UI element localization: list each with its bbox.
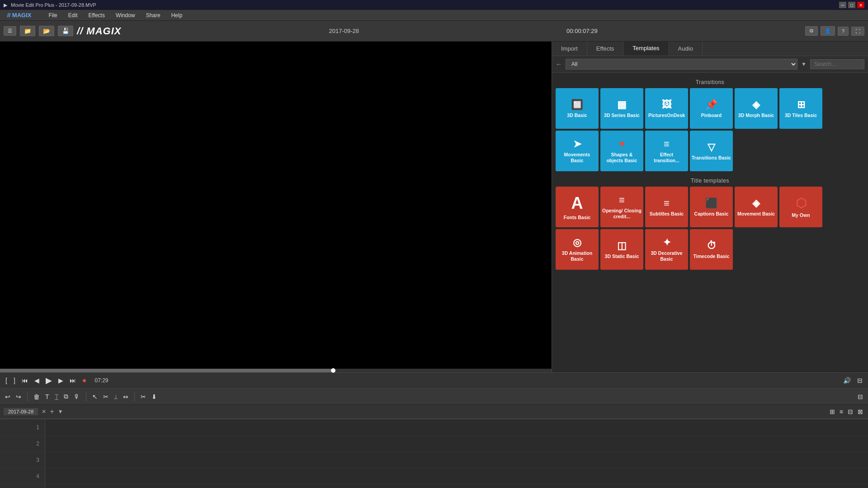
timecode-display: 00:00:07:29	[566, 28, 598, 34]
snap-button[interactable]: ⌶	[53, 392, 60, 402]
title-bar: ▶ Movie Edit Pro Plus - 2017-09-28.MVP ─…	[0, 0, 868, 10]
tile-3d-basic[interactable]: 🔲 3D Basic	[556, 88, 599, 129]
effect-transition-icon: ≡	[664, 138, 670, 150]
menu-item-edit[interactable]: Edit	[66, 11, 80, 19]
add-timeline-button[interactable]: +	[50, 408, 54, 416]
tile-3d-series-basic[interactable]: ▦ 3D Series Basic	[600, 88, 643, 129]
trim-tool-button[interactable]: ✂	[102, 392, 110, 402]
tile-movements-basic[interactable]: ➤ Movements Basic	[556, 131, 599, 171]
menu-item-file[interactable]: File	[46, 11, 60, 19]
tile-effect-transition[interactable]: ≡ Effect transition...	[645, 131, 688, 171]
tile-transitions-basic[interactable]: ▽ Transitions Basic	[690, 131, 733, 171]
record-button[interactable]: ●	[80, 375, 89, 386]
preview-black	[0, 42, 552, 372]
save-button[interactable]: 💾	[58, 26, 73, 36]
transitions-basic-label: Transitions Basic	[690, 155, 733, 161]
timeline-view-button[interactable]: ≡	[838, 407, 844, 417]
tile-my-own[interactable]: ⬡ My Own	[779, 187, 822, 227]
new-project-button[interactable]: 📁	[20, 26, 35, 36]
preview-progress[interactable]	[0, 369, 552, 372]
insert-button[interactable]: ⬇	[150, 392, 158, 402]
filter-back-button[interactable]: ←	[556, 61, 562, 68]
tile-movement-basic[interactable]: ◈ Movement Basic	[735, 187, 778, 227]
undo-button[interactable]: ↩	[4, 392, 12, 402]
multitrack-button[interactable]: ⊟	[855, 375, 864, 386]
settings-button[interactable]: ⚙	[805, 26, 818, 36]
delete-button[interactable]: 🗑	[32, 392, 41, 402]
storyboard-view-button[interactable]: ⊞	[828, 407, 836, 417]
track-content-5[interactable]	[45, 484, 868, 488]
split-button[interactable]: ⟂	[113, 392, 119, 402]
tab-audio[interactable]: Audio	[669, 42, 703, 56]
redo-button[interactable]: ↪	[14, 392, 23, 402]
ruler-mark-2: 00:00:02:00	[122, 419, 144, 419]
next-frame-button[interactable]: ▶	[57, 375, 65, 386]
view-toggle-button[interactable]: ⊟	[856, 392, 864, 402]
track-row-5: 5	[0, 484, 868, 488]
close-timeline-tab-button[interactable]: ✕	[42, 408, 46, 415]
razor-button[interactable]: ✂	[139, 392, 147, 402]
ruler-mark-1: 00:00:01:00	[66, 419, 87, 419]
skip-to-start-button[interactable]: ⏮	[20, 375, 30, 386]
track-content-2[interactable]	[45, 436, 868, 451]
menu-bar: // MAGIX File Edit Effects Window Share …	[0, 10, 868, 21]
tile-3d-morph-basic[interactable]: ◈ 3D Morph Basic	[735, 88, 778, 129]
transitions-tiles-grid: 🔲 3D Basic ▦ 3D Series Basic 🖼 PicturesO…	[556, 88, 864, 171]
text-button[interactable]: T	[44, 392, 51, 402]
menu-item-help[interactable]: Help	[169, 11, 185, 19]
tile-pinboard[interactable]: 📌 Pinboard	[690, 88, 733, 129]
track-content-1[interactable]	[45, 419, 868, 435]
timeline-tab[interactable]: 2017-09-28	[4, 408, 38, 415]
tile-opening-closing[interactable]: ≡ Opening/ Closing credit...	[600, 187, 643, 227]
timeline-dropdown-button[interactable]: ▼	[58, 408, 63, 415]
movement-basic-icon: ◈	[752, 197, 760, 209]
search-input[interactable]	[810, 59, 864, 69]
slip-trim-button[interactable]: ⇔	[122, 392, 130, 402]
tile-3d-tiles-basic[interactable]: ⊞ 3D Tiles Basic	[779, 88, 822, 129]
track-content-3[interactable]	[45, 452, 868, 468]
skip-to-end-button[interactable]: ⏭	[68, 375, 78, 386]
tile-picturesondesk[interactable]: 🖼 PicturesOnDesk	[645, 88, 688, 129]
copy-button[interactable]: ⧉	[62, 391, 70, 402]
fullscreen-button[interactable]: ⛶	[851, 27, 864, 36]
open-button[interactable]: 📂	[39, 26, 54, 36]
tab-effects[interactable]: Effects	[587, 42, 624, 56]
tab-templates[interactable]: Templates	[623, 42, 669, 56]
combined-view-button[interactable]: ⊟	[846, 407, 854, 417]
tile-3d-decorative-basic[interactable]: ✦ 3D Decorative Basic	[645, 229, 688, 270]
record-voiceover-button[interactable]: 🎙	[72, 392, 81, 402]
prev-frame-button[interactable]: ◀	[33, 375, 41, 386]
tab-import[interactable]: Import	[552, 42, 587, 56]
audio-toggle-button[interactable]: 🔊	[841, 375, 853, 386]
tile-shapes-objects[interactable]: ♥ Shapes & objects Basic	[600, 131, 643, 171]
edit-toolbar: ↩ ↪ 🗑 T ⌶ ⧉ 🎙 ↖ ✂ ⟂ ⇔ ✂ ⬇ ⊟	[0, 389, 868, 405]
3d-series-icon: ▦	[617, 99, 627, 111]
track-view-button[interactable]: ⊠	[856, 407, 864, 417]
select-tool-button[interactable]: ↖	[91, 392, 99, 402]
ruler-mark-3: 00:00:03:00	[179, 419, 200, 419]
close-button[interactable]: ✕	[857, 2, 864, 8]
3d-tiles-icon: ⊞	[797, 99, 805, 111]
menu-item-window[interactable]: Window	[113, 11, 138, 19]
tile-captions-basic[interactable]: ⬛ Captions Basic	[690, 187, 733, 227]
menu-item-effects[interactable]: Effects	[85, 11, 107, 19]
mark-in-button[interactable]: [	[4, 375, 9, 386]
tile-fonts-basic[interactable]: A Fonts Basic	[556, 187, 599, 227]
track-num-4: 4	[0, 468, 45, 484]
mark-out-button[interactable]: ]	[12, 375, 17, 386]
play-button[interactable]: ▶	[44, 374, 54, 387]
preview-progress-bar	[0, 369, 331, 372]
menu-item-share[interactable]: Share	[143, 11, 163, 19]
tile-3d-static-basic[interactable]: ◫ 3D Static Basic	[600, 229, 643, 270]
tile-subtitles-basic[interactable]: ≡ Subtitles Basic	[645, 187, 688, 227]
filter-dropdown[interactable]: All	[566, 59, 797, 70]
track-content-4[interactable]	[45, 468, 868, 484]
maximize-button[interactable]: □	[848, 2, 855, 8]
minimize-button[interactable]: ─	[839, 2, 846, 8]
tile-3d-animation-basic[interactable]: ◎ 3D Animation Basic	[556, 229, 599, 270]
tile-timecode-basic[interactable]: ⏱ Timecode Basic	[690, 229, 733, 270]
menu-toggle-button[interactable]: ☰	[4, 26, 16, 36]
account-button[interactable]: 👤	[821, 26, 835, 36]
help-button[interactable]: ?	[838, 27, 849, 36]
window-controls[interactable]: ─ □ ✕	[839, 2, 864, 8]
